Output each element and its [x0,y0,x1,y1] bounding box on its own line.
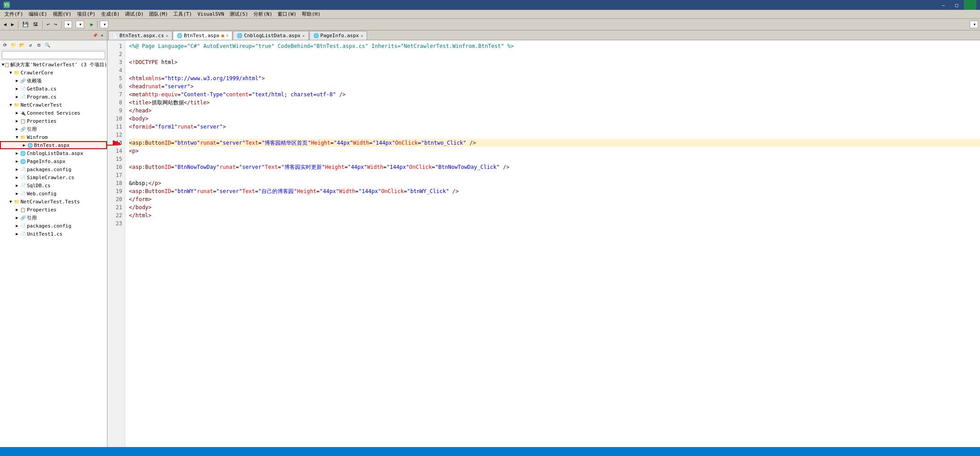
tree-expander-crawlercore[interactable]: ▼ [8,70,13,75]
toolbar-play-btn[interactable]: ▶ [89,21,95,28]
menu-item-b[interactable]: 生成(B) [98,10,123,18]
tree-item-winfrom[interactable]: ▼📁Winfrom [0,133,107,141]
tree-expander-properties2[interactable]: ▶ [14,207,20,212]
code-line-5: <html xmlns="http://www.w3.org/1999/xhtm… [129,74,980,82]
tree-item-program[interactable]: ▶📄Program.cs [0,93,107,101]
tree-item-unittest1[interactable]: ▶📄UnitTest1.cs [0,230,107,238]
tab-close-btntest_aspx_cs[interactable]: ✕ [166,34,168,38]
maximize-button[interactable]: □ [950,0,963,10]
tree-label-simplecrawler: SimpleCrawler.cs [27,175,74,181]
tree-item-sqldb[interactable]: ▶📄SqlDB.cs [0,181,107,189]
tab-cnblog_aspx[interactable]: 🌐CnblogListData.aspx✕ [233,31,308,40]
cpu-dropdown[interactable]: ▾ [76,21,84,28]
menu-item-e[interactable]: 编辑(E) [26,10,50,18]
tree-expander-packages2[interactable]: ▶ [14,223,20,228]
toolbar-back-btn[interactable]: ◀ [2,21,9,28]
tree-item-solution[interactable]: ▼📋解决方案'NetCrawlerTest' (3 个项目) [0,60,107,69]
tree-label-packages: packages.config [27,167,71,172]
tree-item-btntest[interactable]: ▶🌐BtnTest.aspx [0,141,107,149]
tree-expander-cnblog[interactable]: ▶ [14,151,20,156]
line-number-20: 20 [111,195,122,203]
menu-item-v[interactable]: 视图(V) [50,10,74,18]
tree-expander-btntest[interactable]: ▶ [21,142,27,148]
tree-label-btntest: BtnTest.aspx [34,142,69,148]
se-search-input[interactable] [2,51,105,59]
tree-expander-webconfig[interactable]: ▶ [14,191,20,196]
code-line-4 [129,66,980,74]
menu-item-visualsvn[interactable]: VisualSVN [195,11,227,17]
line-number-11: 11 [111,123,122,131]
se-new-folder-btn[interactable]: 📂 [18,41,26,49]
toolbar-undo-btn[interactable]: ↩ [45,21,51,28]
se-folder-btn[interactable]: 📁 [9,41,17,49]
tree-item-webconfig[interactable]: ▶📄Web.config [0,189,107,198]
menu-item-m[interactable]: 团队(M) [146,10,171,18]
debug-mode-dropdown[interactable]: ▾ [64,21,73,28]
tree-expander-simplecrawler[interactable]: ▶ [14,175,20,180]
menu-item-t[interactable]: 工具(T) [171,10,195,18]
tree-item-getdata[interactable]: ▶📄GetData.cs [0,85,107,93]
tree-expander-sqldb[interactable]: ▶ [14,183,20,188]
tree-item-crawlercore[interactable]: ▼📁CrawlerCore [0,69,107,77]
tree-expander-yinyong[interactable]: ▶ [14,126,20,132]
tree-expander-connected[interactable]: ▶ [14,110,20,116]
toolbar-redo-btn[interactable]: ↪ [52,21,59,28]
code-content: <%@ Page Language="C#" AutoEventWireup="… [125,40,980,447]
tree-item-yinyong[interactable]: ▶🔗引用 [0,125,107,133]
tree-expander-properties[interactable]: ▶ [14,118,20,124]
tab-close-btntest_aspx[interactable]: ✕ [226,33,228,38]
tree-item-simplecrawler[interactable]: ▶📄SimpleCrawler.cs [0,173,107,181]
se-collapse-btn[interactable]: ⊟ [35,41,43,49]
tab-close-pageinfo_aspx[interactable]: ✕ [361,34,363,38]
tree-item-yilaoxiang[interactable]: ▶🔗依赖项 [0,77,107,85]
tree-expander-yilaoxiang[interactable]: ▶ [14,78,20,83]
menu-item-d[interactable]: 调试(D) [122,10,146,18]
tree-item-yinyong2[interactable]: ▶🔗引用 [0,214,107,222]
menu-item-s[interactable]: 测试(S) [227,10,251,18]
tab-pageinfo_aspx[interactable]: 🌐PageInfo.aspx✕ [309,31,368,40]
menu-item-f[interactable]: 文件(F) [2,10,26,18]
toolbar-forward-btn[interactable]: ▶ [9,21,16,28]
tree-item-properties2[interactable]: ▶📋Properties [0,206,107,214]
tree-label-connected: Connected Services [27,110,80,116]
se-filter-btn[interactable]: 🔍 [43,41,51,49]
menu-item-n[interactable]: 分析(N) [251,10,275,18]
tree-expander-nctests[interactable]: ▼ [8,199,13,204]
status-bar [0,447,980,456]
tree-expander-getdata[interactable]: ▶ [14,86,20,91]
doctype-dropdown[interactable]: ▾ [970,21,978,28]
tree-expander-netcrawlertest[interactable]: ▼ [8,102,13,108]
tab-btntest_aspx_cs[interactable]: 📄BtnTest.aspx.cs✕ [108,31,172,40]
tree-item-pageinfo[interactable]: ▶🌐PageInfo.aspx [0,157,107,165]
tree-label-webconfig: Web.config [27,191,56,197]
toolbar-save-btn[interactable]: 💾 [21,21,30,28]
tree-item-cnblog[interactable]: ▶🌐CnblogListData.aspx [0,149,107,157]
tree-label-program: Program.cs [27,94,56,100]
tree-item-properties[interactable]: ▶📋Properties [0,117,107,125]
tree-expander-yinyong2[interactable]: ▶ [14,215,20,220]
tab-btntest_aspx[interactable]: 🌐BtnTest.aspx●✕ [173,31,233,40]
tabs-bar: 📄BtnTest.aspx.cs✕🌐BtnTest.aspx●✕🌐CnblogL… [107,30,980,40]
se-refresh-btn[interactable]: ↺ [26,41,34,49]
menu-item-w[interactable]: 窗口(W) [275,10,299,18]
menu-item-h[interactable]: 帮助(H) [299,10,323,18]
tree-expander-program[interactable]: ▶ [14,94,20,99]
panel-close-btn[interactable]: ✕ [99,32,105,39]
tree-expander-pageinfo[interactable]: ▶ [14,159,20,164]
browser-dropdown[interactable]: ▾ [100,21,108,28]
tree-item-connected[interactable]: ▶🔌Connected Services [0,109,107,117]
tab-close-cnblog_aspx[interactable]: ✕ [302,34,304,38]
line-number-6: 6 [111,82,122,90]
minimize-button[interactable]: — [937,0,950,10]
panel-pin-btn[interactable]: 📌 [92,32,98,39]
tree-expander-unittest1[interactable]: ▶ [14,231,20,237]
tree-item-packages2[interactable]: ▶📄packages.config [0,222,107,230]
tree-item-nctests[interactable]: ▼📁NetCrawlerTest.Tests [0,198,107,206]
se-sync-btn[interactable]: ⟳ [1,41,9,49]
toolbar-save-all-btn[interactable]: 🖫 [31,21,40,28]
tree-expander-packages[interactable]: ▶ [14,167,20,172]
menu-item-p[interactable]: 项目(P) [74,10,98,18]
tree-item-netcrawlertest[interactable]: ▼📁NetCrawlerTest [0,101,107,109]
tree-item-packages[interactable]: ▶📄packages.config [0,165,107,173]
tree-expander-winfrom[interactable]: ▼ [14,134,20,140]
